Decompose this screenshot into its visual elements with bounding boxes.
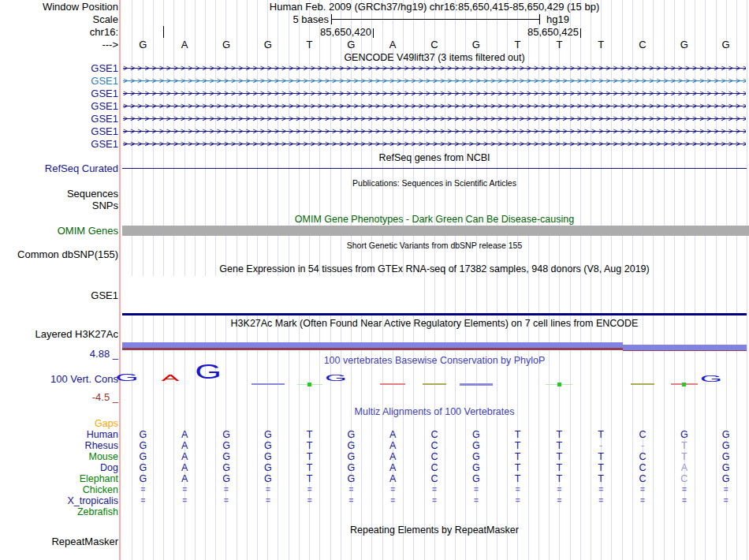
alignment-base: G (259, 473, 278, 484)
species-label-zebrafish[interactable]: Zebrafish (0, 506, 118, 518)
alignment-gap-equals: = (341, 496, 360, 505)
alignment-gap-equals: = (217, 485, 236, 494)
sequences-label[interactable]: Sequences (0, 188, 118, 200)
alignment-base: G (717, 429, 736, 440)
alignment-base: C (675, 473, 694, 484)
gtex-track-title[interactable]: Gene Expression in 54 tissues from GTEx … (122, 263, 747, 275)
logo-letter-glyph: A (162, 374, 180, 383)
alignment-base: G (467, 462, 486, 473)
gencode-item-label[interactable]: GSE1 (0, 88, 118, 100)
base-letter: A (175, 39, 194, 50)
gencode-track-title[interactable]: GENCODE V49lift37 (3 items filtered out) (122, 51, 747, 64)
transcript-arrow-line: >>>>>>>>>>>>>>>>>>>>>>>>>>>>>>>>>>>>>>>>… (123, 76, 746, 87)
logo-letter: G (336, 379, 366, 389)
alignment-base: G (217, 462, 236, 473)
alignment-base: A (675, 462, 694, 473)
logo-letter: G (127, 379, 158, 390)
alignment-gap-equals: = (425, 496, 444, 505)
alignment-gap-equals: = (425, 485, 444, 494)
transcript-arrow-line: >>>>>>>>>>>>>>>>>>>>>>>>>>>>>>>>>>>>>>>>… (123, 126, 746, 137)
alignment-gap-equals: = (509, 485, 527, 494)
alignment-base: G (341, 429, 360, 440)
repeatmasker-track-title[interactable]: Repeating Elements by RepeatMasker (122, 524, 747, 536)
alignment-base: T (550, 451, 568, 462)
alignment-gap-equals: = (550, 496, 568, 505)
alignment-base: A (175, 440, 194, 451)
alignment-base: T (550, 473, 568, 484)
alignment-base: T (509, 462, 527, 473)
alignment-base: A (383, 473, 402, 484)
alignment-base: A (175, 473, 194, 484)
track-left-guide-line (119, 0, 121, 560)
direction-chevrons: >>>>>>>>>>>>>>>>>>>>>>>>>>>>>>>>>>>>>>>>… (123, 101, 746, 112)
direction-chevrons: >>>>>>>>>>>>>>>>>>>>>>>>>>>>>>>>>>>>>>>>… (123, 139, 746, 150)
coordinate-tick-2: 85,650,425 (460, 26, 579, 39)
alignment-gap-equals: = (633, 496, 652, 505)
refseq-track-title[interactable]: RefSeq genes from NCBI (122, 151, 747, 164)
gencode-item-label[interactable]: GSE1 (0, 125, 118, 138)
alignment-base: T (300, 440, 319, 451)
alignment-base: T (675, 440, 694, 451)
refseq-curated-label[interactable]: RefSeq Curated (0, 162, 118, 175)
alignment-base: A (175, 462, 194, 473)
omim-genes-label[interactable]: OMIM Genes (0, 225, 118, 237)
alignment-base: G (133, 473, 152, 484)
transcript-arrow-line: >>>>>>>>>>>>>>>>>>>>>>>>>>>>>>>>>>>>>>>>… (123, 88, 746, 99)
direction-chevrons: >>>>>>>>>>>>>>>>>>>>>>>>>>>>>>>>>>>>>>>>… (123, 76, 746, 87)
assembly-label: hg19 (546, 13, 569, 26)
gencode-item-label[interactable]: GSE1 (0, 75, 118, 88)
logo-letter-glyph: G (116, 372, 139, 383)
alignment-gap-equals: = (383, 485, 402, 494)
gtex-gene-label[interactable]: GSE1 (0, 289, 118, 302)
base-letter: T (550, 39, 568, 50)
alignment-base: A (383, 429, 402, 440)
alignment-gap-equals: = (633, 485, 652, 494)
alignment-gap-equals: = (133, 485, 152, 494)
publications-track-title[interactable]: Publications: Sequences in Scientific Ar… (122, 177, 747, 189)
alignment-base: G (717, 451, 736, 462)
repeatmasker-label[interactable]: RepeatMasker (0, 536, 118, 548)
alignment-base: T (509, 429, 527, 440)
h3k27ac-track-title[interactable]: H3K27Ac Mark (Often Found Near Active Re… (122, 317, 747, 330)
alignment-base: T (591, 429, 610, 440)
alignment-base: A (175, 451, 194, 462)
alignment-gap-equals: = (467, 496, 486, 505)
h3k27ac-layer-maroon (122, 348, 623, 350)
scale-bar (331, 19, 539, 20)
alignment-base: T (300, 462, 319, 473)
h3k27ac-layer-blue (122, 342, 623, 348)
coordinate-tick-mark (580, 28, 581, 38)
coordinate-tick-mark (163, 26, 164, 38)
refseq-curated-line (122, 168, 747, 169)
omim-track-title[interactable]: OMIM Gene Phenotypes - Dark Green Can Be… (122, 213, 747, 226)
transcript-arrow-line: >>>>>>>>>>>>>>>>>>>>>>>>>>>>>>>>>>>>>>>>… (123, 63, 746, 74)
gencode-item-label[interactable]: GSE1 (0, 138, 118, 151)
alignment-base: T (300, 451, 319, 462)
scale-value: 5 bases (211, 13, 329, 26)
alignment-base: T (509, 451, 527, 462)
alignment-base: T (591, 451, 610, 462)
dbsnp-track-title[interactable]: Short Genetic Variants from dbSNP releas… (122, 239, 747, 252)
alignment-base: C (425, 473, 444, 484)
gencode-item-label[interactable]: GSE1 (0, 100, 118, 113)
gencode-item-label[interactable]: GSE1 (0, 113, 118, 125)
multiz-track-title[interactable]: Multiz Alignments of 100 Vertebrates (122, 405, 747, 418)
layered-h3k27ac-label[interactable]: Layered H3K27Ac (0, 328, 118, 341)
gtex-panel (122, 276, 422, 314)
logo-mark (380, 383, 405, 385)
base-letter: G (133, 39, 152, 50)
alignment-base: C (633, 451, 652, 462)
alignment-base: G (259, 462, 278, 473)
common-dbsnp-label[interactable]: Common dbSNP(155) (0, 248, 118, 261)
vert-cons-label[interactable]: 100 Vert. Cons (0, 373, 118, 386)
snps-label[interactable]: SNPs (0, 200, 118, 212)
alignment-base: C (633, 462, 652, 473)
alignment-base: - (591, 440, 610, 451)
alignment-gap-equals: = (133, 496, 152, 505)
base-letter: T (300, 39, 319, 50)
alignment-base: T (675, 451, 694, 462)
alignment-base: G (341, 462, 360, 473)
gridline (747, 0, 747, 560)
gencode-item-label[interactable]: GSE1 (0, 62, 118, 75)
alignment-base: T (300, 429, 319, 440)
